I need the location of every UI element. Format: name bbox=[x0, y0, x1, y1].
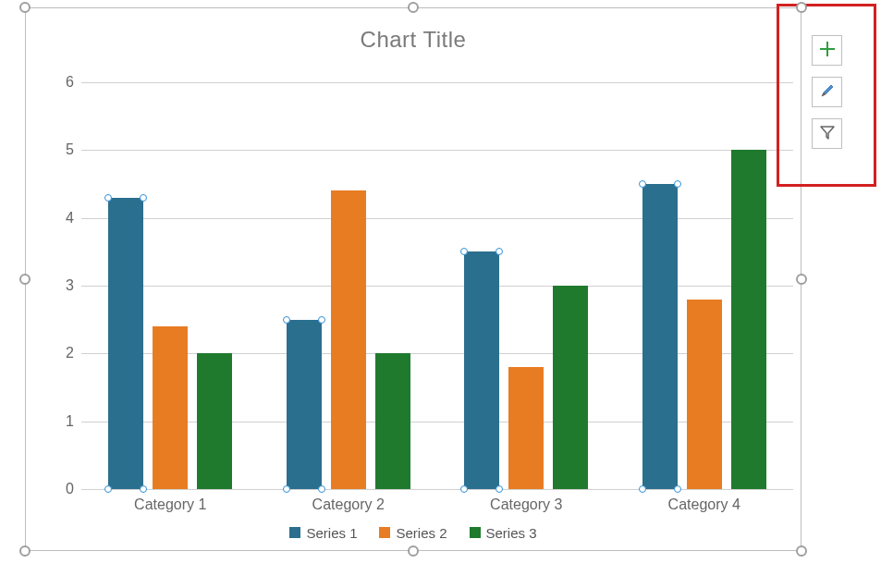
bar-series-2[interactable] bbox=[687, 300, 722, 489]
gridline bbox=[81, 150, 793, 151]
chart-title[interactable]: Chart Title bbox=[26, 27, 801, 53]
bar-series-1[interactable] bbox=[464, 251, 499, 489]
series-selection-handle[interactable] bbox=[140, 485, 147, 493]
series-selection-handle[interactable] bbox=[140, 194, 147, 202]
series-selection-handle[interactable] bbox=[104, 194, 112, 202]
y-axis-tick-label: 0 bbox=[46, 481, 74, 497]
legend[interactable]: Series 1Series 2Series 3 bbox=[26, 525, 801, 542]
series-selection-handle[interactable] bbox=[496, 485, 503, 493]
y-axis-tick-label: 3 bbox=[46, 277, 74, 294]
chart-styles-button[interactable] bbox=[812, 77, 842, 107]
selection-handle-s[interactable] bbox=[408, 545, 419, 557]
legend-swatch bbox=[289, 527, 300, 538]
selection-handle-w[interactable] bbox=[19, 274, 31, 285]
y-axis-tick-label: 2 bbox=[46, 345, 74, 361]
bar-series-3[interactable] bbox=[197, 353, 232, 489]
gridline bbox=[81, 286, 793, 287]
bar-series-1[interactable] bbox=[642, 184, 678, 489]
legend-label: Series 2 bbox=[396, 525, 447, 541]
selection-handle-ne[interactable] bbox=[796, 2, 807, 13]
gridline bbox=[81, 489, 793, 490]
series-selection-handle[interactable] bbox=[496, 248, 503, 255]
y-axis-tick-label: 1 bbox=[46, 413, 74, 430]
x-axis-tick-label: Category 2 bbox=[312, 496, 385, 513]
chart-object[interactable]: Chart Title 0123456Category 1Category 2C… bbox=[25, 7, 801, 551]
legend-item[interactable]: Series 3 bbox=[470, 525, 537, 541]
y-axis-tick-label: 4 bbox=[46, 210, 74, 227]
bar-series-3[interactable] bbox=[553, 286, 588, 489]
bar-series-2[interactable] bbox=[153, 326, 188, 489]
series-selection-handle[interactable] bbox=[639, 180, 646, 188]
series-selection-handle[interactable] bbox=[283, 316, 290, 324]
x-axis-tick-label: Category 4 bbox=[668, 496, 740, 513]
bar-series-2[interactable] bbox=[508, 367, 544, 489]
gridline bbox=[81, 218, 793, 219]
series-selection-handle[interactable] bbox=[104, 485, 112, 493]
legend-label: Series 3 bbox=[486, 525, 537, 541]
series-selection-handle[interactable] bbox=[460, 248, 468, 255]
chart-elements-button[interactable] bbox=[812, 35, 842, 66]
selection-handle-sw[interactable] bbox=[19, 545, 31, 557]
bar-series-2[interactable] bbox=[331, 190, 366, 489]
series-selection-handle[interactable] bbox=[674, 485, 681, 493]
series-selection-handle[interactable] bbox=[674, 180, 681, 188]
plot-area[interactable]: 0123456Category 1Category 2Category 3Cat… bbox=[81, 82, 793, 489]
legend-label: Series 1 bbox=[306, 525, 357, 541]
series-selection-handle[interactable] bbox=[318, 485, 325, 493]
bar-series-1[interactable] bbox=[108, 198, 143, 489]
bar-series-1[interactable] bbox=[287, 320, 322, 489]
bar-series-3[interactable] bbox=[375, 353, 410, 489]
gridline bbox=[81, 82, 793, 83]
y-axis-tick-label: 6 bbox=[46, 74, 74, 91]
y-axis-tick-label: 5 bbox=[46, 141, 74, 158]
chart-filters-button[interactable] bbox=[812, 118, 842, 149]
selection-handle-nw[interactable] bbox=[19, 2, 31, 13]
selection-handle-e[interactable] bbox=[796, 274, 807, 285]
series-selection-handle[interactable] bbox=[318, 316, 325, 324]
series-selection-handle[interactable] bbox=[460, 485, 468, 493]
bar-series-3[interactable] bbox=[731, 150, 766, 489]
series-selection-handle[interactable] bbox=[283, 485, 290, 493]
legend-swatch bbox=[379, 527, 390, 538]
selection-handle-se[interactable] bbox=[796, 545, 807, 557]
funnel-icon bbox=[818, 123, 837, 145]
x-axis-tick-label: Category 1 bbox=[134, 496, 206, 513]
chart-tools-panel bbox=[812, 35, 853, 160]
series-selection-handle[interactable] bbox=[639, 485, 646, 493]
legend-item[interactable]: Series 2 bbox=[379, 525, 447, 541]
legend-item[interactable]: Series 1 bbox=[289, 525, 357, 541]
legend-swatch bbox=[470, 527, 481, 538]
plus-icon bbox=[818, 40, 837, 62]
selection-handle-n[interactable] bbox=[408, 2, 419, 13]
paintbrush-icon bbox=[818, 81, 837, 104]
x-axis-tick-label: Category 3 bbox=[490, 496, 562, 513]
